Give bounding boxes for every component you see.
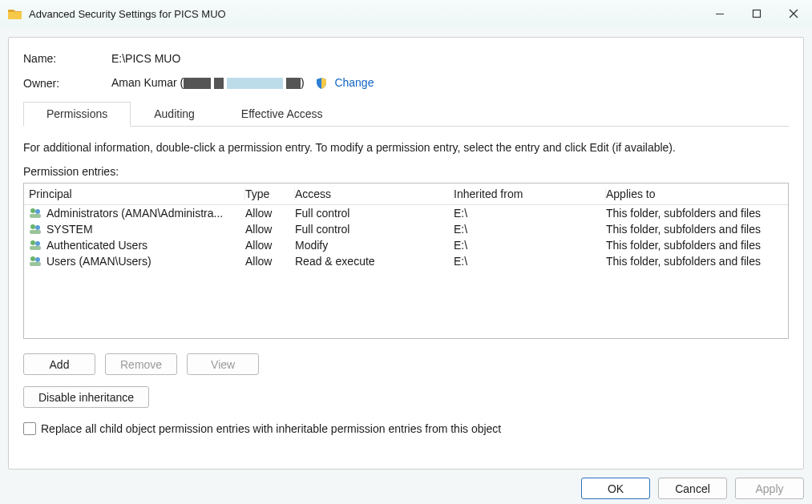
svg-point-9 xyxy=(35,241,40,246)
remove-button[interactable]: Remove xyxy=(105,353,177,375)
inherited: E:\ xyxy=(454,207,606,220)
tab-auditing[interactable]: Auditing xyxy=(131,102,218,127)
inherited: E:\ xyxy=(454,255,606,268)
entries-label: Permission entries: xyxy=(23,165,789,178)
name-label: Name: xyxy=(23,52,111,65)
window-title: Advanced Security Settings for PICS MUO xyxy=(29,8,226,20)
tab-permissions[interactable]: Permissions xyxy=(23,102,131,127)
group-icon xyxy=(29,239,42,252)
replace-children-checkbox[interactable] xyxy=(23,422,36,435)
col-applies[interactable]: Applies to xyxy=(606,187,783,200)
col-principal[interactable]: Principal xyxy=(29,187,245,200)
svg-point-3 xyxy=(35,209,40,214)
access: Modify xyxy=(295,239,454,252)
replace-children-label: Replace all child object permission entr… xyxy=(41,422,501,435)
apply-button[interactable]: Apply xyxy=(735,478,804,499)
type: Allow xyxy=(245,255,295,268)
folder-icon xyxy=(8,7,22,20)
col-type[interactable]: Type xyxy=(245,187,295,200)
svg-point-11 xyxy=(30,256,35,261)
svg-point-12 xyxy=(35,257,40,262)
inherited: E:\ xyxy=(454,223,606,236)
svg-rect-13 xyxy=(30,262,41,266)
main-panel: Name: E:\PICS MUO Owner: Aman Kumar ( ) … xyxy=(8,37,804,470)
applies: This folder, subfolders and files xyxy=(606,239,783,252)
access: Full control xyxy=(295,223,454,236)
shield-icon xyxy=(315,77,328,90)
inherited: E:\ xyxy=(454,239,606,252)
table-header: Principal Type Access Inherited from App… xyxy=(24,183,788,205)
table-row[interactable]: Authenticated Users Allow Modify E:\ Thi… xyxy=(24,237,788,253)
group-icon xyxy=(29,255,42,268)
name-value: E:\PICS MUO xyxy=(111,52,180,65)
name-row: Name: E:\PICS MUO xyxy=(23,52,789,65)
maximize-button[interactable] xyxy=(738,0,775,27)
group-icon xyxy=(29,207,42,220)
applies: This folder, subfolders and files xyxy=(606,223,783,236)
svg-rect-10 xyxy=(30,246,41,250)
principal: Users (AMAN\Users) xyxy=(46,255,151,268)
close-button[interactable] xyxy=(775,0,812,27)
cancel-button[interactable]: Cancel xyxy=(658,478,727,499)
owner-row: Owner: Aman Kumar ( ) Change xyxy=(23,76,789,90)
permission-entries-table: Principal Type Access Inherited from App… xyxy=(23,183,789,339)
replace-children-row[interactable]: Replace all child object permission entr… xyxy=(23,422,789,435)
change-owner-link[interactable]: Change xyxy=(334,76,374,89)
owner-prefix: Aman Kumar ( xyxy=(111,76,184,89)
view-button[interactable]: View xyxy=(187,353,259,375)
type: Allow xyxy=(245,239,295,252)
table-row[interactable]: Users (AMAN\Users) Allow Read & execute … xyxy=(24,253,788,269)
type: Allow xyxy=(245,223,295,236)
svg-rect-1 xyxy=(753,10,761,18)
owner-value: Aman Kumar ( ) Change xyxy=(111,76,374,90)
type: Allow xyxy=(245,207,295,220)
tabs: Permissions Auditing Effective Access xyxy=(23,101,789,127)
tab-effective-access[interactable]: Effective Access xyxy=(218,102,346,127)
col-access[interactable]: Access xyxy=(295,187,454,200)
add-button[interactable]: Add xyxy=(23,353,95,375)
entry-button-row: Add Remove View xyxy=(23,353,789,375)
help-text: For additional information, double-click… xyxy=(23,141,789,154)
dialog-footer: OK Cancel Apply xyxy=(581,478,804,499)
owner-label: Owner: xyxy=(23,77,111,90)
principal: SYSTEM xyxy=(46,223,93,236)
col-inherited[interactable]: Inherited from xyxy=(454,187,606,200)
applies: This folder, subfolders and files xyxy=(606,255,783,268)
svg-rect-0 xyxy=(716,14,724,14)
svg-point-6 xyxy=(35,225,40,230)
svg-rect-7 xyxy=(30,230,41,234)
table-row[interactable]: Administrators (AMAN\Administra... Allow… xyxy=(24,205,788,221)
disable-inheritance-button[interactable]: Disable inheritance xyxy=(23,386,149,408)
owner-suffix: ) xyxy=(301,76,305,89)
svg-point-5 xyxy=(30,224,35,229)
svg-rect-4 xyxy=(30,214,41,218)
svg-point-8 xyxy=(30,240,35,245)
title-bar: Advanced Security Settings for PICS MUO xyxy=(0,0,812,27)
group-icon xyxy=(29,223,42,236)
access: Read & execute xyxy=(295,255,454,268)
access: Full control xyxy=(295,207,454,220)
applies: This folder, subfolders and files xyxy=(606,207,783,220)
principal: Authenticated Users xyxy=(46,239,147,252)
principal: Administrators (AMAN\Administra... xyxy=(46,207,223,220)
table-row[interactable]: SYSTEM Allow Full control E:\ This folde… xyxy=(24,221,788,237)
ok-button[interactable]: OK xyxy=(581,478,650,499)
svg-point-2 xyxy=(30,208,35,213)
minimize-button[interactable] xyxy=(701,0,738,27)
